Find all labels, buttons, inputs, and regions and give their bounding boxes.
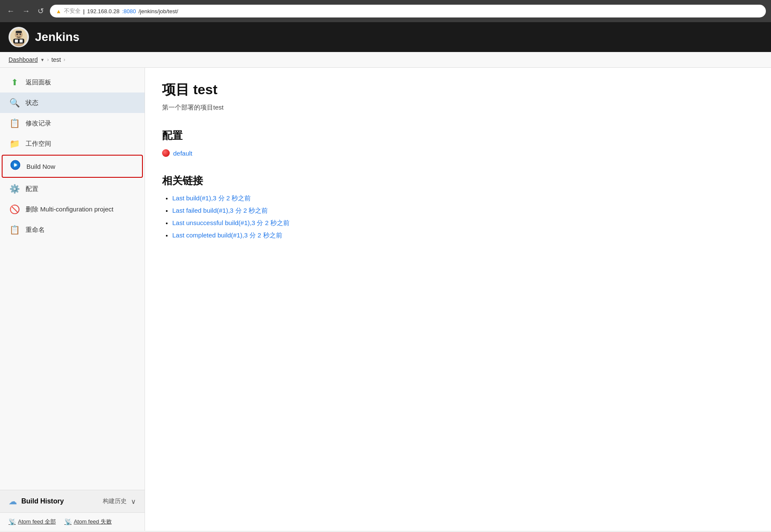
config-section-title: 配置 xyxy=(162,129,754,142)
sidebar-label-changes: 修改记录 xyxy=(26,119,51,127)
last-unsuccessful-link[interactable]: Last unsuccessful build(#1),3 分 2 秒之前 xyxy=(172,219,290,226)
breadcrumb-current: test xyxy=(51,56,61,63)
svg-rect-5 xyxy=(16,31,22,33)
reload-button[interactable]: ↺ xyxy=(36,5,46,17)
gear-icon: ⚙️ xyxy=(9,184,20,194)
list-item: Last completed build(#1),3 分 2 秒之前 xyxy=(172,231,754,240)
sidebar-item-changes[interactable]: 📋 修改记录 xyxy=(0,113,145,133)
last-build-link[interactable]: Last build(#1),3 分 2 秒之前 xyxy=(172,194,251,202)
up-arrow-icon: ⬆ xyxy=(9,77,20,87)
jenkins-title: Jenkins xyxy=(35,30,79,44)
sidebar: ⬆ 返回面板 🔍 状态 📋 修改记录 📁 工作空间 xyxy=(0,68,145,531)
url-path: /jenkins/job/test/ xyxy=(139,8,178,14)
main-layout: ⬆ 返回面板 🔍 状态 📋 修改记录 📁 工作空间 xyxy=(0,68,771,531)
list-item: Last failed build(#1),3 分 2 秒之前 xyxy=(172,207,754,215)
sidebar-item-status[interactable]: 🔍 状态 xyxy=(0,93,145,113)
build-history-section: ☁ Build History 构建历史 ∨ 📡 Atom feed 全部 📡 … xyxy=(0,490,145,531)
feed-icon-fail: 📡 xyxy=(64,518,72,525)
forward-button[interactable]: → xyxy=(20,5,32,17)
list-item: Last unsuccessful build(#1),3 分 2 秒之前 xyxy=(172,219,754,227)
related-links-list: Last build(#1),3 分 2 秒之前 Last failed bui… xyxy=(162,194,754,240)
sidebar-item-workspace[interactable]: 📁 工作空间 xyxy=(0,133,145,154)
atom-feed-fail-label: Atom feed 失败 xyxy=(74,518,112,526)
sidebar-label-status: 状态 xyxy=(26,99,38,107)
rename-icon: 📋 xyxy=(9,225,20,235)
sidebar-item-rename[interactable]: 📋 重命名 xyxy=(0,220,145,240)
folder-icon: 📁 xyxy=(9,139,20,149)
build-history-icon: ☁ xyxy=(9,496,17,506)
svg-rect-7 xyxy=(15,40,18,43)
svg-point-4 xyxy=(20,34,21,35)
breadcrumb-sep2: › xyxy=(64,57,65,63)
url-separator: | xyxy=(83,8,84,14)
build-history-title: Build History xyxy=(21,497,64,505)
config-item-default: default xyxy=(162,149,754,157)
main-content: 项目 test 第一个部署的项目test 配置 default 相关链接 Las… xyxy=(145,68,771,531)
delete-icon: 🚫 xyxy=(9,204,20,214)
search-icon: 🔍 xyxy=(9,98,20,108)
sidebar-label-delete: 删除 Multi-configuration project xyxy=(26,205,113,214)
sidebar-nav: ⬆ 返回面板 🔍 状态 📋 修改记录 📁 工作空间 xyxy=(0,68,145,490)
insecure-label: 不安全 xyxy=(64,7,81,15)
url-port: :8080 xyxy=(122,8,136,14)
breadcrumb-sep1: › xyxy=(47,57,49,63)
sidebar-label-configure: 配置 xyxy=(26,185,38,193)
build-history-header[interactable]: ☁ Build History 构建历史 ∨ xyxy=(0,490,145,512)
last-completed-link[interactable]: Last completed build(#1),3 分 2 秒之前 xyxy=(172,231,282,239)
breadcrumb: Dashboard ▼ › test › xyxy=(0,52,771,68)
jenkins-header: Jenkins xyxy=(0,22,771,52)
feed-icon-all: 📡 xyxy=(9,518,16,525)
red-dot-icon xyxy=(162,149,170,157)
config-section: 配置 default xyxy=(162,129,754,157)
warning-icon: ▲ xyxy=(56,8,61,14)
svg-point-3 xyxy=(17,34,18,35)
chevron-down-icon: ∨ xyxy=(131,497,136,506)
last-failed-link[interactable]: Last failed build(#1),3 分 2 秒之前 xyxy=(172,207,268,214)
back-button[interactable]: ← xyxy=(5,5,16,17)
project-title: 项目 test xyxy=(162,81,754,99)
build-now-icon xyxy=(9,160,21,173)
sidebar-label-workspace: 工作空间 xyxy=(26,140,51,148)
breadcrumb-dropdown-icon[interactable]: ▼ xyxy=(41,58,45,62)
jenkins-logo xyxy=(9,27,29,47)
sidebar-item-delete[interactable]: 🚫 删除 Multi-configuration project xyxy=(0,199,145,220)
breadcrumb-dashboard[interactable]: Dashboard xyxy=(9,56,38,63)
sidebar-item-back-dashboard[interactable]: ⬆ 返回面板 xyxy=(0,72,145,93)
browser-chrome: ← → ↺ ▲ 不安全 | 192.168.0.28:8080/jenkins/… xyxy=(0,0,771,22)
atom-feeds: 📡 Atom feed 全部 📡 Atom feed 失败 xyxy=(0,512,145,531)
atom-feed-all[interactable]: 📡 Atom feed 全部 xyxy=(9,518,56,526)
sidebar-label-build-now: Build Now xyxy=(26,163,55,170)
project-desc: 第一个部署的项目test xyxy=(162,104,754,112)
sidebar-label-back: 返回面板 xyxy=(26,78,51,87)
atom-feed-all-label: Atom feed 全部 xyxy=(18,518,56,526)
changes-icon: 📋 xyxy=(9,118,20,128)
related-links-section: 相关链接 Last build(#1),3 分 2 秒之前 Last faile… xyxy=(162,174,754,240)
sidebar-item-configure[interactable]: ⚙️ 配置 xyxy=(0,179,145,199)
related-links-title: 相关链接 xyxy=(162,174,754,188)
atom-feed-fail[interactable]: 📡 Atom feed 失败 xyxy=(64,518,112,526)
config-default-link[interactable]: default xyxy=(173,150,192,157)
address-bar[interactable]: ▲ 不安全 | 192.168.0.28:8080/jenkins/job/te… xyxy=(50,5,766,17)
url-base: 192.168.0.28 xyxy=(87,8,119,14)
sidebar-item-build-now[interactable]: Build Now xyxy=(2,155,143,178)
list-item: Last build(#1),3 分 2 秒之前 xyxy=(172,194,754,202)
sidebar-label-rename: 重命名 xyxy=(26,226,45,234)
svg-rect-8 xyxy=(20,40,23,43)
build-history-chinese: 构建历史 xyxy=(103,497,127,505)
